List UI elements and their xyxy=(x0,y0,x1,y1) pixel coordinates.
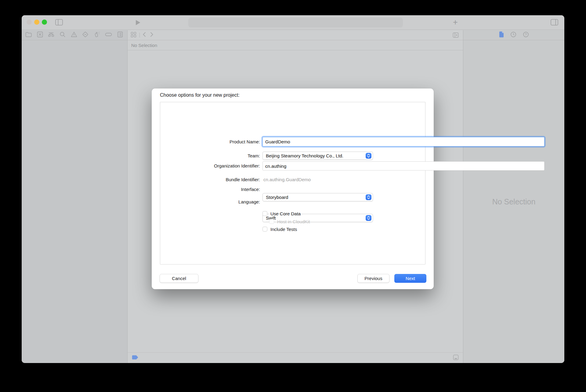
use-core-data-row: Use Core Data xyxy=(262,211,301,216)
search-icon[interactable] xyxy=(60,31,66,39)
close-button[interactable] xyxy=(27,20,32,25)
related-items-grid-icon[interactable] xyxy=(131,32,136,39)
use-core-data-checkbox[interactable] xyxy=(262,211,267,216)
run-play-icon[interactable] xyxy=(135,20,141,27)
product-name-input[interactable] xyxy=(262,137,544,146)
editor-toolbar xyxy=(128,30,463,40)
chevron-right-icon[interactable] xyxy=(150,32,154,38)
sidebar-toggle-icon[interactable] xyxy=(55,19,63,27)
interface-label: Interface: xyxy=(152,187,260,192)
folder-icon[interactable] xyxy=(25,31,32,39)
language-label: Language: xyxy=(152,199,260,204)
capsule-icon[interactable] xyxy=(105,31,112,39)
dialog-title: Choose options for your new project: xyxy=(160,92,240,98)
navigator-tab-strip xyxy=(22,30,127,40)
add-editor-icon[interactable] xyxy=(453,32,459,39)
host-in-cloudkit-checkbox xyxy=(269,219,274,224)
report-list-icon[interactable] xyxy=(117,31,123,39)
organization-identifier-label: Organization Identifier: xyxy=(152,163,260,168)
traffic-lights xyxy=(27,20,47,25)
next-button[interactable]: Next xyxy=(394,274,426,283)
history-clock-icon[interactable] xyxy=(510,31,516,39)
inspector-content: No Selection xyxy=(463,40,564,363)
use-core-data-label: Use Core Data xyxy=(270,211,301,216)
product-name-label: Product Name: xyxy=(152,139,260,144)
screen: + xyxy=(0,0,586,392)
new-project-options-dialog: Choose options for your new project: Pro… xyxy=(152,88,434,289)
jump-bar[interactable]: No Selection xyxy=(128,40,463,50)
popup-stepper-icon xyxy=(366,153,371,159)
include-tests-label: Include Tests xyxy=(270,227,297,232)
host-in-cloudkit-row: Host in CloudKit xyxy=(269,219,310,224)
team-popup[interactable]: Beijing Steamory Technology Co., Ltd. xyxy=(262,152,373,160)
previous-button[interactable]: Previous xyxy=(357,274,389,283)
options-panel xyxy=(160,102,425,264)
cancel-button[interactable]: Cancel xyxy=(160,274,198,283)
file-inspector-icon[interactable] xyxy=(499,31,504,39)
team-popup-value: Beijing Steamory Technology Co., Ltd. xyxy=(266,153,366,158)
x-square-icon[interactable] xyxy=(37,31,43,39)
org-chart-icon[interactable] xyxy=(48,31,54,39)
activity-status-view xyxy=(188,18,403,27)
navigator-sidebar xyxy=(22,30,127,363)
host-in-cloudkit-label: Host in CloudKit xyxy=(277,219,310,224)
help-question-icon[interactable]: ? xyxy=(523,31,529,39)
warning-triangle-icon[interactable] xyxy=(71,31,77,39)
chevron-left-icon[interactable] xyxy=(143,32,146,38)
dock-toggle-icon[interactable] xyxy=(453,354,459,361)
include-tests-row: Include Tests xyxy=(262,226,297,232)
debug-bar xyxy=(128,352,463,363)
bundle-identifier-label: Bundle Identifier: xyxy=(152,177,260,182)
zoom-button[interactable] xyxy=(42,20,47,25)
interface-popup[interactable]: Storyboard xyxy=(262,193,373,201)
titlebar: + xyxy=(22,15,564,30)
inspector-empty-label: No Selection xyxy=(492,197,536,206)
minimize-button[interactable] xyxy=(34,20,39,25)
jump-bar-separator xyxy=(139,33,140,38)
filter-tag-icon[interactable] xyxy=(132,355,139,361)
interface-popup-value: Storyboard xyxy=(266,195,366,200)
spray-icon[interactable] xyxy=(94,31,100,39)
popup-stepper-icon xyxy=(366,215,371,221)
inspector-tab-strip: ? xyxy=(463,30,564,40)
inspector-toggle-icon[interactable] xyxy=(551,19,559,27)
bundle-identifier-value: cn.authing.GuardDemo xyxy=(263,177,374,182)
include-tests-checkbox[interactable] xyxy=(262,227,267,232)
jump-bar-selection-label: No Selection xyxy=(131,43,157,48)
library-plus-icon[interactable]: + xyxy=(451,17,460,27)
svg-text:?: ? xyxy=(525,33,527,36)
inspector-pane: ? No Selection xyxy=(463,30,564,363)
popup-stepper-icon xyxy=(366,194,371,200)
organization-identifier-input[interactable] xyxy=(262,161,544,171)
diamond-breakpoint-icon[interactable] xyxy=(82,31,89,39)
team-label: Team: xyxy=(152,153,260,158)
